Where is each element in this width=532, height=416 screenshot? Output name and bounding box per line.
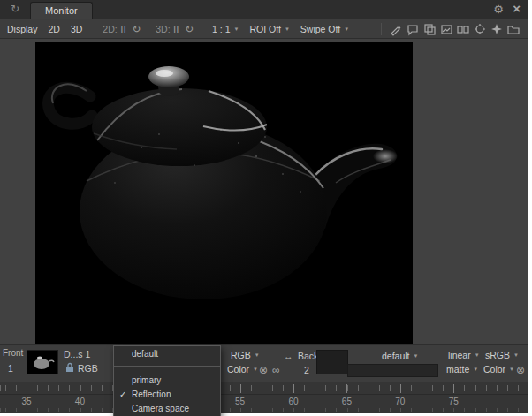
- timeline-major-tick: [240, 384, 241, 393]
- refresh-3d-icon[interactable]: ↻: [185, 23, 194, 35]
- roi-value: ROI Off: [249, 24, 280, 34]
- rendered-image[interactable]: [35, 42, 413, 344]
- timeline-major-tick: [453, 384, 454, 393]
- menu-item-primary[interactable]: primary: [114, 374, 220, 388]
- chevron-down-icon: ▼: [475, 352, 480, 358]
- close-icon[interactable]: ×: [513, 1, 521, 16]
- link-icon[interactable]: ∞: [272, 364, 280, 376]
- zoom-value: 1 : 1: [212, 24, 230, 34]
- viewport[interactable]: [0, 39, 528, 344]
- star-icon[interactable]: [490, 22, 505, 36]
- comment-bubble-icon[interactable]: [406, 22, 421, 36]
- chevron-down-icon: ▼: [473, 367, 478, 372]
- mode-3d-button[interactable]: 3D: [67, 22, 86, 36]
- monitor-toolbar: Display 2D 3D 2D: || ↻ 3D: || ↻ 1 : 1 ▼ …: [0, 19, 528, 39]
- toolbar-separator: [148, 23, 148, 35]
- circle-x-icon[interactable]: ⊗: [516, 364, 525, 376]
- pixel-probe-target-icon[interactable]: [473, 22, 488, 36]
- menu-item-reflection[interactable]: ✓ Reflection: [114, 388, 220, 402]
- colorspace-dropdown[interactable]: sRGB ▼: [485, 350, 519, 360]
- menu-item-label: primary: [132, 375, 161, 385]
- timeline-major-tick: [293, 384, 294, 393]
- screenshot-page: ↻ Monitor ⚙ × Display 2D 3D 2D: || ↻ 3D:…: [0, 0, 532, 416]
- channel-dropdown-value: RGB: [231, 350, 251, 360]
- teapot-render: [35, 42, 413, 344]
- lock-icon[interactable]: [65, 362, 74, 374]
- circle-x-icon[interactable]: ⊗: [259, 364, 268, 376]
- menu-divider: [114, 366, 220, 367]
- group-2d-label: 2D:: [103, 24, 117, 34]
- transfer-dropdown-value: linear: [448, 350, 471, 360]
- colorspace-dropdown-value: sRGB: [485, 350, 510, 360]
- gear-icon[interactable]: ⚙: [493, 3, 504, 16]
- color2-dropdown[interactable]: Color ▼: [483, 364, 514, 374]
- toolbar-separator: [381, 23, 382, 35]
- tab-monitor[interactable]: Monitor: [30, 2, 93, 19]
- menu-item-default[interactable]: default: [114, 346, 220, 361]
- swipe-dropdown[interactable]: Swipe Off ▼: [300, 24, 349, 34]
- color-dropdown[interactable]: Color ▼: [227, 364, 258, 374]
- timeline-frame-label: 75: [449, 397, 459, 406]
- swap-buffers-icon[interactable]: ↔: [284, 351, 293, 361]
- pause-2d-icon[interactable]: ||: [121, 25, 126, 33]
- compare-buffers-icon[interactable]: [456, 22, 471, 36]
- view-dropdown-value: default: [382, 351, 410, 361]
- matte-dropdown[interactable]: matte ▼: [446, 364, 478, 374]
- timeline-frame-label: 60: [288, 397, 298, 406]
- front-buffer-number: 1: [8, 363, 13, 374]
- timeline-major-tick: [27, 384, 27, 393]
- channel-popup-menu: default primary ✓ Reflection Camera spac…: [113, 345, 221, 416]
- chevron-down-icon: ▼: [344, 26, 349, 32]
- timeline-ruler[interactable]: 354045505560657075: [0, 382, 528, 413]
- color-dropdown-value: Color: [227, 364, 249, 374]
- layer-name[interactable]: D...s 1: [64, 349, 90, 359]
- annotate-pen-icon[interactable]: [389, 22, 404, 36]
- chevron-down-icon: ▼: [253, 367, 258, 372]
- back-buffer-thumbnail[interactable]: [316, 350, 348, 374]
- menu-item-label: Reflection: [132, 390, 171, 399]
- chevron-down-icon: ▼: [414, 353, 419, 359]
- value-field[interactable]: [347, 364, 438, 377]
- toolbar-separator: [95, 23, 95, 35]
- timeline-frame-label: 55: [235, 397, 245, 406]
- chevron-down-icon: ▼: [255, 352, 260, 358]
- timeline-frame-label: 70: [395, 397, 405, 406]
- back-buffer-number: 2: [304, 365, 309, 375]
- checkmark-icon: ✓: [119, 388, 126, 402]
- layer-channels-label: RGB: [78, 363, 98, 374]
- timeline-ruler-labels: 354045505560657075: [0, 382, 528, 413]
- timeline-frame-label: 65: [342, 397, 352, 406]
- view-dropdown[interactable]: default ▼: [382, 351, 418, 361]
- folder-icon[interactable]: [506, 22, 521, 36]
- roi-dropdown[interactable]: ROI Off ▼: [249, 24, 289, 34]
- back-buffer-label: Back: [298, 351, 318, 361]
- timeline-frame-label: 40: [75, 397, 85, 406]
- mode-2d-button[interactable]: 2D: [44, 22, 63, 36]
- zoom-dropdown[interactable]: 1 : 1 ▼: [212, 24, 239, 34]
- display-label: Display: [7, 24, 37, 34]
- tab-monitor-label: Monitor: [45, 5, 78, 16]
- menu-item-camera-space-position[interactable]: Camera space position: [114, 402, 220, 416]
- tab-bar: ↻ Monitor ⚙ ×: [0, 0, 528, 19]
- menu-item-label: default: [132, 349, 158, 359]
- transfer-dropdown[interactable]: linear ▼: [448, 350, 480, 360]
- layers-icon[interactable]: [422, 22, 437, 36]
- chevron-down-icon: ▼: [234, 26, 239, 32]
- pause-3d-icon[interactable]: ||: [174, 25, 179, 33]
- matte-dropdown-value: matte: [446, 364, 469, 374]
- chevron-down-icon: ▼: [509, 367, 514, 372]
- swipe-value: Swipe Off: [300, 24, 340, 34]
- group-3d-label: 3D:: [156, 24, 170, 34]
- refresh-2d-icon[interactable]: ↻: [132, 23, 141, 35]
- chevron-down-icon: ▼: [285, 26, 290, 32]
- front-buffer-thumbnail[interactable]: [27, 350, 58, 374]
- image-buffer-icon[interactable]: [439, 22, 454, 36]
- channel-dropdown[interactable]: RGB ▼: [231, 350, 260, 360]
- timeline-major-tick: [346, 384, 347, 393]
- chevron-down-icon: ▼: [513, 352, 519, 358]
- monitor-panel: ↻ Monitor ⚙ × Display 2D 3D 2D: || ↻ 3D:…: [0, 0, 528, 413]
- monitor-footer: Front 1 D...s 1 RGB default primary ✓ Re…: [0, 344, 528, 382]
- panel-refresh-icon[interactable]: ↻: [11, 3, 19, 15]
- timeline-major-tick: [80, 384, 80, 393]
- timeline-frame-label: 35: [21, 397, 31, 406]
